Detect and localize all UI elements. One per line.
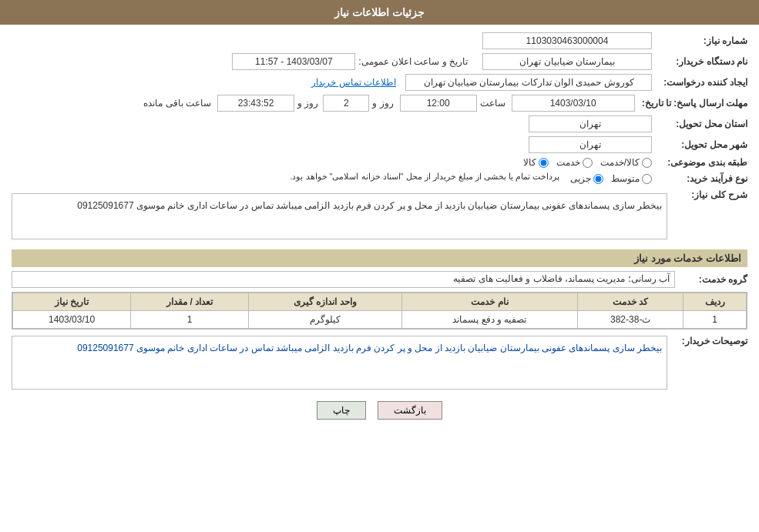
radio-kala-khadamat-label: کالا/خدمت — [600, 157, 640, 168]
category-radio-group: کالا/خدمت خدمت کالا — [523, 157, 652, 168]
description-label: شرح کلی نیاز: — [670, 189, 747, 200]
days-word: روز و — [297, 98, 318, 109]
cell-code: ث-38-382 — [578, 311, 683, 329]
radio-jozvi-label: جزیی — [570, 173, 591, 184]
remaining-label: ساعت باقی مانده — [143, 98, 211, 109]
button-row: بازگشت چاپ — [12, 401, 747, 420]
group-value: آب رسانی؛ مدیریت پسماند، فاضلاب و فعالیت… — [12, 271, 675, 288]
tarikh-value: 1403/03/07 - 11:57 — [232, 53, 355, 70]
services-table: ردیف کد خدمت نام خدمت واحد اندازه گیری ت… — [12, 293, 747, 329]
services-section-header: اطلاعات خدمات مورد نیاز — [12, 249, 747, 267]
description-value: بیخطر سازی پسماندهای عفونی بیمارستان ضیا… — [77, 200, 662, 211]
shomara-niaz-value: 1103030463000004 — [482, 32, 652, 49]
col-radif: ردیف — [683, 293, 747, 311]
col-count: تعداد / مقدار — [131, 293, 249, 311]
services-table-container: ردیف کد خدمت نام خدمت واحد اندازه گیری ت… — [12, 292, 747, 330]
tarikh-label: تاریخ و ساعت اعلان عمومی: — [358, 56, 468, 67]
page-title: جزئیات اطلاعات نیاز — [334, 6, 425, 18]
name-dastgah-label: نام دستگاه خریدار: — [655, 56, 747, 67]
deadline-label: مهلت ارسال پاسخ: تا تاریخ: — [638, 98, 747, 109]
buyer-notes-box: بیخطر سازی پسماندهای عفونی بیمارستان ضیا… — [12, 336, 667, 390]
radio-mottavazet[interactable] — [642, 174, 652, 184]
process-note: پرداخت تمام یا بخشی از مبلغ خریدار از مح… — [290, 172, 559, 182]
creator-value: کوروش حمیدی الوان تدارکات بیمارستان ضیاب… — [405, 74, 652, 91]
days-label: روز و — [372, 98, 393, 109]
buyer-notes-value: بیخطر سازی پسماندهای عفونی بیمارستان ضیا… — [77, 343, 662, 353]
shomara-niaz-label: شماره نیاز: — [655, 35, 747, 46]
deadline-date: 1403/03/10 — [512, 95, 635, 112]
cell-name: تصفیه و دفع پسماند — [401, 311, 578, 329]
radio-khadamat[interactable] — [583, 158, 593, 168]
radio-kala-label: کالا — [523, 157, 536, 168]
contact-link[interactable]: اطلاعات تماس خریدار — [311, 77, 396, 88]
radio-kala-khadamat[interactable] — [642, 158, 652, 168]
cell-radif: 1 — [683, 311, 747, 329]
name-dastgah-value: بیمارستان ضیابیان تهران — [482, 53, 652, 70]
buyer-notes-label: توصیحات خریدار: — [670, 336, 747, 346]
back-button[interactable]: بازگشت — [378, 401, 442, 420]
col-code: کد خدمت — [578, 293, 683, 311]
table-row: 1ث-38-382تصفیه و دفع پسماندکیلوگرم11403/… — [13, 311, 747, 329]
col-name: نام خدمت — [401, 293, 578, 311]
process-label: نوع فرآیند خرید: — [655, 173, 747, 184]
deadline-days: 2 — [323, 95, 369, 112]
radio-mottavazet-label: متوسط — [611, 173, 640, 184]
deadline-time: 12:00 — [400, 95, 477, 112]
creator-label: ایجاد کننده درخواست: — [655, 77, 747, 88]
radio-jozvi[interactable] — [593, 174, 603, 184]
category-label: طبقه بندی موضوعی: — [655, 157, 747, 168]
city-value: تهران — [529, 136, 652, 153]
cell-count: 1 — [131, 311, 249, 329]
province-value: تهران — [529, 115, 652, 132]
province-label: استان محل تحویل: — [655, 119, 747, 129]
time-label: ساعت — [480, 98, 505, 109]
radio-kala[interactable] — [539, 158, 549, 168]
description-box: بیخطر سازی پسماندهای عفونی بیمارستان ضیا… — [12, 193, 667, 239]
cell-date: 1403/03/10 — [13, 311, 131, 329]
deadline-remaining: 23:43:52 — [217, 95, 294, 112]
cell-unit: کیلوگرم — [249, 311, 401, 329]
group-label: گروه خدمت: — [678, 274, 747, 285]
col-unit: واحد اندازه گیری — [249, 293, 401, 311]
radio-khadamat-label: خدمت — [556, 157, 580, 168]
page-header: جزئیات اطلاعات نیاز — [0, 0, 759, 25]
process-radio-group: متوسط جزیی — [570, 173, 652, 184]
print-button[interactable]: چاپ — [317, 401, 366, 420]
city-label: شهر محل تحویل: — [655, 139, 747, 150]
col-date: تاریخ نیاز — [13, 293, 131, 311]
